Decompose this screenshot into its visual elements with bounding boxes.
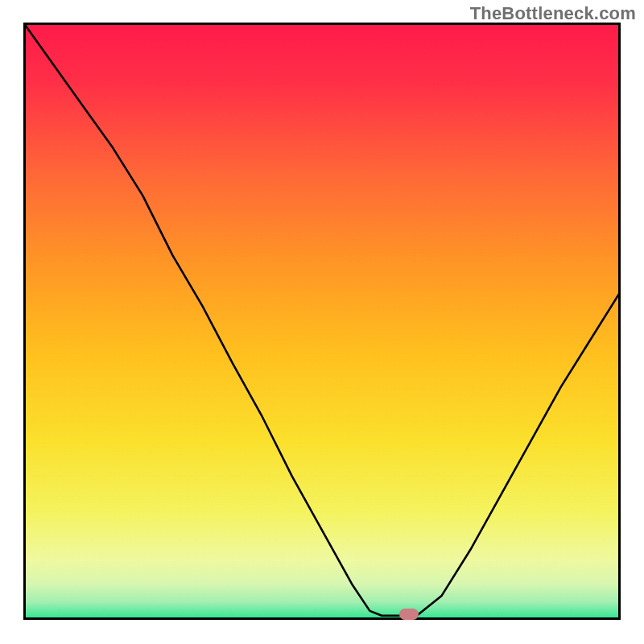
optimum-marker [399, 609, 419, 620]
chart-container: TheBottleneck.com [0, 0, 644, 644]
watermark-text: TheBottleneck.com [470, 3, 636, 24]
svg-rect-0 [23, 23, 621, 620]
gradient-background [23, 23, 621, 620]
